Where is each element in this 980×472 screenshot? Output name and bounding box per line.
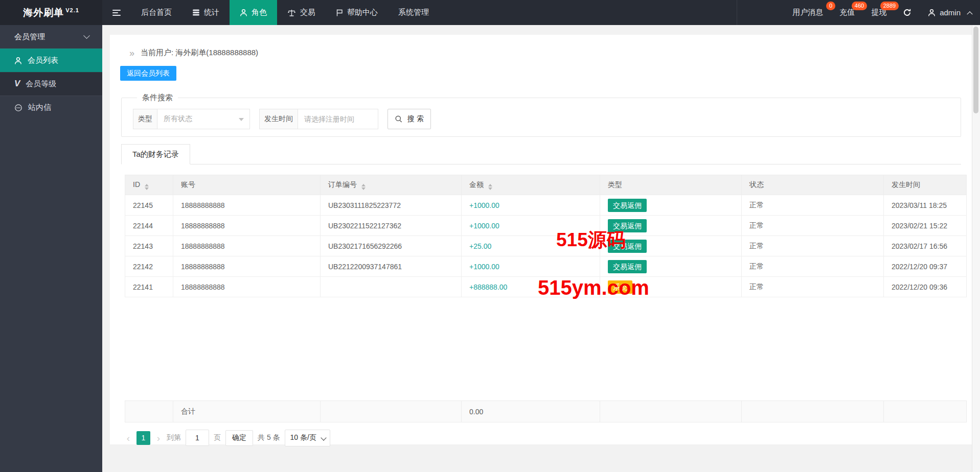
nav-item-roles[interactable]: 角色 bbox=[230, 0, 277, 25]
column-header-id[interactable]: ID bbox=[125, 175, 173, 195]
cell-status: 正常 bbox=[742, 256, 884, 277]
sidebar-item-label: 会员列表 bbox=[28, 56, 58, 65]
current-page-button[interactable]: 1 bbox=[136, 431, 150, 445]
nav-item-withdraw[interactable]: 提现 2889 bbox=[863, 0, 895, 25]
cell-type: 交易返佣 bbox=[600, 256, 742, 277]
tab-bar: Ta的财务记录 bbox=[121, 144, 961, 164]
cell-time: 2023/02/21 15:22 bbox=[884, 216, 967, 236]
cell-status: 正常 bbox=[742, 216, 884, 236]
nav-item-statistics[interactable]: 统计 bbox=[182, 0, 230, 25]
nav-label: 统计 bbox=[204, 8, 219, 17]
nav-item-user-messages[interactable]: 用户消息 0 bbox=[784, 0, 831, 25]
next-page-button[interactable]: › bbox=[155, 433, 162, 443]
cell-id: 22144 bbox=[125, 216, 173, 236]
select-caret-icon bbox=[321, 435, 326, 440]
type-label: 类型 bbox=[133, 109, 157, 129]
collapse-sidebar-button[interactable] bbox=[102, 0, 131, 25]
select-caret-icon bbox=[239, 118, 244, 121]
breadcrumb-arrow-icon: » bbox=[129, 49, 134, 58]
nav-item-help-center[interactable]: 帮助中心 bbox=[326, 0, 388, 25]
time-input[interactable] bbox=[298, 109, 378, 129]
hamburger-icon bbox=[112, 10, 121, 16]
nav-label: 系统管理 bbox=[398, 8, 429, 17]
app-logo: 海外刷单 V2.1 bbox=[0, 0, 102, 25]
main-content: » 当前用户: 海外刷单(18888888888) 返回会员列表 条件搜索 类型… bbox=[102, 25, 980, 472]
page-scrollbar[interactable] bbox=[972, 25, 980, 472]
type-badge: 交易返佣 bbox=[608, 240, 647, 253]
scales-icon bbox=[287, 9, 296, 17]
nav-label: 帮助中心 bbox=[347, 8, 378, 17]
sidebar-group-member-management[interactable]: 会员管理 bbox=[0, 25, 102, 49]
cell-status: 正常 bbox=[742, 277, 884, 297]
cell-account: 18888888888 bbox=[173, 216, 321, 236]
search-form: 类型 所有状态 发生时间 搜 索 bbox=[133, 109, 961, 129]
sort-icon[interactable] bbox=[488, 184, 492, 190]
type-select[interactable]: 所有状态 bbox=[157, 109, 250, 129]
nav-label: 交易 bbox=[300, 8, 315, 17]
table-total-row: 合计 0.00 bbox=[125, 400, 967, 422]
top-navbar: 海外刷单 V2.1 后台首页 统计 角色 交易 帮助中心 系统管理 bbox=[0, 0, 980, 25]
search-button[interactable]: 搜 索 bbox=[388, 109, 431, 129]
scrollbar-thumb[interactable] bbox=[973, 27, 978, 113]
sidebar: 会员管理 会员列表 V 会员等级 站内信 bbox=[0, 25, 102, 472]
table-row: 2214318888888888UB2302171656292266+25.00… bbox=[125, 236, 967, 256]
cell-order-no bbox=[321, 277, 462, 297]
column-header-type: 类型 bbox=[600, 175, 742, 195]
cell-order-no: UB2303111825223772 bbox=[321, 195, 462, 216]
per-page-select[interactable]: 10 条/页 bbox=[285, 430, 330, 446]
admin-menu[interactable]: admin bbox=[920, 0, 980, 25]
cell-amount: +888888.00 bbox=[462, 277, 600, 297]
cell-time: 2022/12/20 09:36 bbox=[884, 277, 967, 297]
cell-account: 18888888888 bbox=[173, 195, 321, 216]
user-icon bbox=[14, 57, 22, 65]
refresh-icon bbox=[903, 8, 911, 17]
app-version: V2.1 bbox=[65, 7, 79, 13]
confirm-page-button[interactable]: 确定 bbox=[225, 430, 253, 446]
nav-label: 角色 bbox=[252, 8, 267, 17]
cell-account: 18888888888 bbox=[173, 256, 321, 277]
nav-item-dashboard[interactable]: 后台首页 bbox=[131, 0, 182, 25]
cell-id: 22142 bbox=[125, 256, 173, 277]
cell-id: 22143 bbox=[125, 236, 173, 256]
cell-id: 22141 bbox=[125, 277, 173, 297]
refresh-button[interactable] bbox=[895, 0, 920, 25]
cell-order-no: UB2302211522127362 bbox=[321, 216, 462, 236]
nav-item-recharge[interactable]: 充值 460 bbox=[831, 0, 863, 25]
table-row: 2214418888888888UB2302211522127362+1000.… bbox=[125, 216, 967, 236]
sidebar-item-member-level[interactable]: V 会员等级 bbox=[0, 72, 102, 96]
type-badge: 交易返佣 bbox=[608, 219, 647, 232]
time-filter-group: 发生时间 bbox=[259, 109, 378, 129]
database-icon bbox=[192, 9, 200, 16]
user-icon bbox=[240, 9, 247, 17]
column-header-amount[interactable]: 金额 bbox=[462, 175, 600, 195]
page-unit-label: 页 bbox=[214, 433, 221, 442]
sidebar-item-label: 会员等级 bbox=[26, 79, 56, 89]
table-empty-space bbox=[110, 297, 972, 400]
level-icon: V bbox=[14, 79, 20, 88]
total-cell-empty bbox=[742, 401, 884, 422]
cell-account: 18888888888 bbox=[173, 236, 321, 256]
nav-item-transactions[interactable]: 交易 bbox=[277, 0, 326, 25]
sidebar-item-site-mail[interactable]: 站内信 bbox=[0, 96, 102, 119]
user-icon bbox=[928, 9, 936, 17]
prev-page-button[interactable]: ‹ bbox=[125, 433, 132, 443]
sort-icon[interactable] bbox=[145, 184, 149, 190]
nav-label: 充值 bbox=[839, 8, 855, 17]
goto-label: 到第 bbox=[167, 433, 181, 442]
cell-amount: +1000.00 bbox=[462, 195, 600, 216]
total-amount: 0.00 bbox=[462, 401, 600, 422]
sidebar-item-member-list[interactable]: 会员列表 bbox=[0, 49, 102, 72]
tab-financial-records[interactable]: Ta的财务记录 bbox=[121, 144, 190, 164]
total-cell-empty bbox=[321, 401, 462, 422]
cell-type: 交易返佣 bbox=[600, 236, 742, 256]
type-badge: 系统 bbox=[608, 280, 632, 294]
cell-order-no: UB2212200937147861 bbox=[321, 256, 462, 277]
cell-time: 2023/03/11 18:25 bbox=[884, 195, 967, 216]
search-legend: 条件搜索 bbox=[137, 93, 178, 103]
sort-icon[interactable] bbox=[361, 184, 366, 190]
column-header-order-no[interactable]: 订单编号 bbox=[321, 175, 462, 195]
messages-badge: 0 bbox=[826, 2, 835, 10]
nav-item-system-settings[interactable]: 系统管理 bbox=[388, 0, 439, 25]
goto-page-input[interactable] bbox=[186, 430, 209, 446]
back-to-member-list-button[interactable]: 返回会员列表 bbox=[120, 66, 176, 81]
